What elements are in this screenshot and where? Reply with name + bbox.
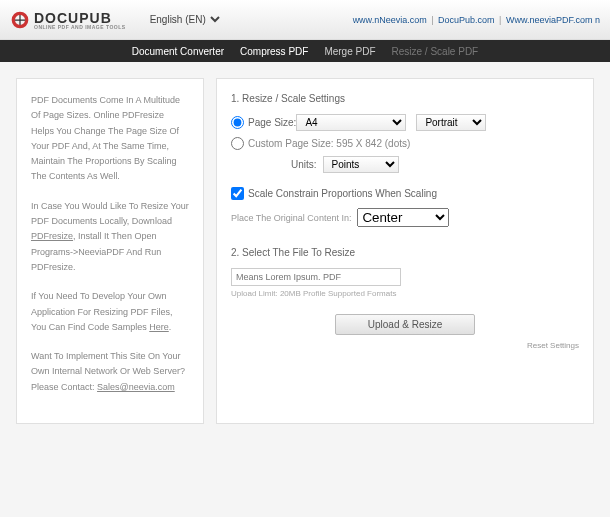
place-select[interactable]: Center [357,208,449,227]
code-samples-link[interactable]: Here [149,322,169,332]
upload-button[interactable]: Upload & Resize [335,314,475,335]
upload-note: Upload Limit: 20MB Profile Supported For… [231,289,579,298]
nav-resize[interactable]: Resize / Scale PDF [392,46,479,57]
units-label: Units: [291,159,317,170]
page-size-radio[interactable] [231,116,244,129]
link-docupub[interactable]: DocuPub.com [438,15,495,25]
pdfresize-link[interactable]: PDFresize [31,231,73,241]
info-p4: Want To Implement This Site On Your Own … [31,349,189,395]
constrain-row: Scale Constrain Proportions When Scaling [231,187,579,200]
nav-converter[interactable]: Document Converter [132,46,224,57]
info-p2: In Case You Would Like To Resize Your PD… [31,199,189,275]
units-row: Units: Points [231,156,579,173]
info-p1: PDF Documents Come In A Multitude Of Pag… [31,93,189,185]
page-size-row: Page Size: A4 Portrait [231,114,579,131]
place-row: Place The Original Content In: Center [231,208,579,227]
nav-compress[interactable]: Compress PDF [240,46,308,57]
link-neevia[interactable]: www.nNeevia.com [353,15,427,25]
units-select[interactable]: Points [323,156,399,173]
link-n[interactable]: n [595,15,600,25]
content: PDF Documents Come In A Multitude Of Pag… [0,62,610,440]
file-input[interactable] [231,268,401,286]
reset-link[interactable]: Reset Settings [231,341,579,350]
logo-subtitle: ONLINE PDF AND IMAGE TOOLS [34,24,126,30]
settings-panel: 1. Resize / Scale Settings Page Size: A4… [216,78,594,424]
nav-merge[interactable]: Merge PDF [324,46,375,57]
orientation-select[interactable]: Portrait [416,114,486,131]
constrain-label: Scale Constrain Proportions When Scaling [248,188,437,199]
page-size-label: Page Size: [248,117,296,128]
custom-size-label: Custom Page Size: 595 X 842 (dots) [248,138,410,149]
section-file-title: 2. Select The File To Resize [231,247,579,258]
info-p3: If You Need To Develop Your Own Applicat… [31,289,189,335]
section-resize-title: 1. Resize / Scale Settings [231,93,579,104]
custom-size-row: Custom Page Size: 595 X 842 (dots) [231,137,579,150]
navbar: Document Converter Compress PDF Merge PD… [0,40,610,62]
place-label: Place The Original Content In: [231,213,351,223]
page-size-select[interactable]: A4 [296,114,406,131]
header: DOCUPUB ONLINE PDF AND IMAGE TOOLS Engli… [0,0,610,40]
custom-size-radio[interactable] [231,137,244,150]
info-panel: PDF Documents Come In A Multitude Of Pag… [16,78,204,424]
link-neeviapdf[interactable]: Www.neeviaPDF.com [506,15,593,25]
contact-email[interactable]: Sales@neevia.com [97,382,175,392]
logo[interactable]: DOCUPUB ONLINE PDF AND IMAGE TOOLS [10,10,126,30]
top-links: www.nNeevia.com | DocuPub.com | Www.neev… [353,15,600,25]
constrain-checkbox[interactable] [231,187,244,200]
language-select[interactable]: English (EN) [146,13,223,26]
logo-icon [10,10,30,30]
